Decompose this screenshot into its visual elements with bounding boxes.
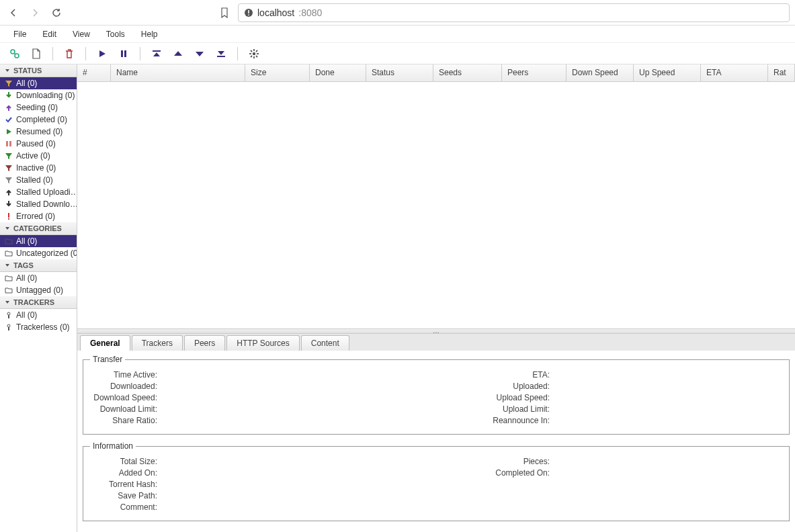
menu-file[interactable]: File [5,27,34,42]
column-header[interactable]: Up Speed [634,64,701,81]
detail-row: Time Active:ETA: [90,370,782,380]
sidebar-item[interactable]: All (0) [0,235,77,247]
detail-label: Torrent Hash: [90,480,157,489]
detail-label: Download Speed: [90,393,157,402]
tab-trackers[interactable]: Trackers [132,335,183,351]
sidebar-item[interactable]: Stalled (0) [0,174,77,186]
pause-button[interactable] [114,46,133,62]
menu-view[interactable]: View [65,27,98,42]
settings-button[interactable] [245,46,263,62]
sidebar-header[interactable]: TRACKERS [0,296,77,309]
sidebar-item[interactable]: Untagged (0) [0,284,77,296]
sidebar-item[interactable]: Inactive (0) [0,162,77,174]
sidebar-item-label: Active (0) [16,151,50,161]
column-header[interactable]: Down Speed [567,64,634,81]
detail-value [157,491,198,500]
detail-label: Share Ratio: [90,416,157,425]
torrent-table-header: #NameSizeDoneStatusSeedsPeersDown SpeedU… [77,64,795,82]
tab-content[interactable]: Content [301,335,349,351]
sidebar-item[interactable]: Downloading (0) [0,89,77,101]
svg-rect-18 [6,141,8,146]
sidebar-header[interactable]: STATUS [0,64,77,77]
sidebar-item-label: Resumed (0) [16,127,62,136]
sidebar-item[interactable]: Trackerless (0) [0,321,77,333]
forward-button[interactable] [27,5,43,21]
sidebar-item[interactable]: All (0) [0,77,77,89]
column-header[interactable]: Rat [768,64,795,81]
url-bar[interactable]: localhost:8080 [238,3,790,22]
detail-label: Time Active: [90,370,157,380]
svg-line-14 [251,50,252,52]
back-button[interactable] [5,5,22,21]
column-header[interactable]: # [77,64,111,81]
sidebar-item[interactable]: Seeding (0) [0,101,77,114]
splitter[interactable]: … [77,328,795,334]
sidebar-item[interactable]: Errored (0) [0,210,77,222]
sidebar-header[interactable]: CATEGORIES [0,222,77,235]
column-header[interactable]: Peers [502,64,567,81]
filter-icon [4,79,13,88]
detail-value [157,480,198,489]
filter-icon [4,163,13,173]
sidebar-item[interactable]: Paused (0) [0,138,77,150]
tab-peers[interactable]: Peers [184,335,225,351]
menu-tools[interactable]: Tools [98,27,133,42]
transfer-legend: Transfer [90,355,125,364]
delete-button[interactable] [60,46,79,62]
svg-rect-20 [8,213,9,218]
sidebar-item-label: Errored (0) [16,212,55,221]
sidebar-item[interactable]: Stalled Uploadi… [0,186,77,198]
resume-button[interactable] [93,46,112,62]
move-top-button[interactable] [147,46,166,62]
sidebar-item-label: All (0) [16,273,37,283]
sidebar-item[interactable]: Resumed (0) [0,126,77,138]
column-header[interactable]: ETA [701,64,768,81]
svg-rect-19 [9,141,11,146]
svg-line-15 [256,56,257,57]
detail-value [157,502,198,512]
down-icon [4,200,13,209]
sidebar-item-label: Trackerless (0) [16,322,70,332]
column-header[interactable]: Done [310,64,366,81]
folder-icon [4,236,13,246]
sidebar-item[interactable]: All (0) [0,272,77,284]
bookmark-icon[interactable] [216,5,233,21]
sidebar-item-label: Stalled Downlo… [16,200,77,209]
detail-value [157,393,198,402]
menu-edit[interactable]: Edit [34,27,65,42]
detail-label: Added On: [90,468,157,478]
svg-rect-21 [8,218,9,220]
column-header[interactable]: Seeds [433,64,502,81]
detail-row: Total Size:Pieces: [90,457,782,466]
detail-value [157,416,198,425]
sidebar-item[interactable]: Stalled Downlo… [0,198,77,210]
detail-label: Total Size: [90,457,157,466]
sidebar-item-label: Stalled Uploadi… [16,187,77,197]
reload-button[interactable] [48,5,65,21]
svg-rect-24 [8,327,9,330]
tab-http-sources[interactable]: HTTP Sources [226,335,299,351]
sidebar-item[interactable]: Completed (0) [0,114,77,126]
sidebar-item[interactable]: All (0) [0,309,77,321]
sidebar-item[interactable]: Active (0) [0,150,77,162]
column-header[interactable]: Name [111,64,245,81]
detail-value [157,382,198,391]
play-icon [4,127,13,136]
move-down-button[interactable] [190,46,209,62]
svg-rect-1 [248,10,249,13]
tab-general[interactable]: General [80,335,130,351]
sidebar-item-label: Paused (0) [16,139,56,148]
filter-icon [4,175,13,185]
move-bottom-button[interactable] [212,46,231,62]
add-torrent-file-button[interactable] [27,46,46,62]
detail-row: Share Ratio:Reannounce In: [90,416,782,425]
detail-value [550,370,590,380]
add-torrent-link-button[interactable] [5,46,24,62]
sidebar-header[interactable]: TAGS [0,259,77,272]
column-header[interactable]: Status [366,64,433,81]
column-header[interactable]: Size [245,64,310,81]
sidebar-item[interactable]: Uncategorized (0) [0,247,77,259]
menu-help[interactable]: Help [133,27,166,42]
move-up-button[interactable] [169,46,187,62]
detail-label: Save Path: [90,491,157,500]
